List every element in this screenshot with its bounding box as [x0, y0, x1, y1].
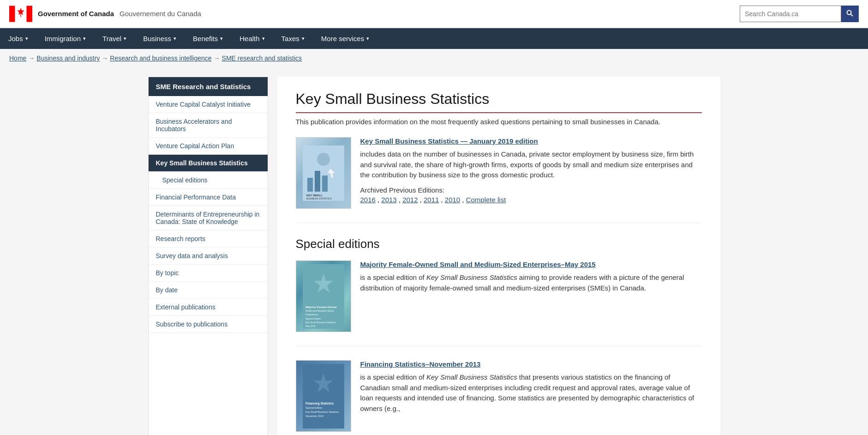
travel-arrow-icon: ▾	[124, 36, 126, 42]
svg-text:May 2015: May 2015	[305, 325, 316, 327]
svg-point-5	[847, 10, 851, 14]
breadcrumb-research[interactable]: Research and business intelligence	[110, 54, 211, 62]
main-nav: Jobs ▾ Immigration ▾ Travel ▾ Business ▾…	[0, 28, 868, 49]
breadcrumb-sme[interactable]: SME research and statistics	[222, 54, 302, 62]
jan2019-link[interactable]: Key Small Business Statistics — January …	[360, 137, 538, 145]
svg-text:KEY SMALL: KEY SMALL	[306, 194, 323, 197]
sidebar-item-determinants: Determinants of Entrepreneurship in Cana…	[149, 206, 268, 230]
main-content: Key Small Business Statistics This publi…	[277, 77, 720, 435]
sidebar-item-survey-data: Survey data and analysis	[149, 248, 268, 265]
nav-travel[interactable]: Travel ▾	[94, 28, 135, 49]
svg-text:November 2013: November 2013	[305, 415, 323, 417]
taxes-arrow-icon: ▾	[302, 36, 305, 42]
special-editions-heading: Special editions	[296, 237, 702, 251]
breadcrumb-sep-3: →	[214, 54, 220, 62]
archived-complete-list[interactable]: Complete list	[466, 196, 506, 204]
breadcrumb: Home → Business and industry → Research …	[0, 49, 868, 67]
nav-immigration[interactable]: Immigration ▾	[36, 28, 94, 49]
archived-2013[interactable]: 2013	[381, 196, 396, 204]
nov2013-pub-info: Financing Statistics–November 2013 is a …	[360, 360, 702, 432]
archived-2011[interactable]: 2011	[424, 196, 439, 204]
business-arrow-icon: ▾	[174, 36, 176, 42]
sidebar-item-venture-action: Venture Capital Action Plan	[149, 138, 268, 155]
svg-rect-9	[307, 178, 313, 192]
svg-text:Enterprises: Enterprises	[305, 313, 318, 316]
nov2013-cover: Financing Statistics Special Edition Key…	[296, 360, 351, 432]
svg-text:Financing Statistics: Financing Statistics	[305, 402, 334, 405]
svg-text:BUSINESS STATISTICS: BUSINESS STATISTICS	[306, 197, 332, 200]
gov-name-fr: Gouvernement du Canada	[120, 9, 201, 18]
svg-text:Majority Female-Owned: Majority Female-Owned	[305, 306, 337, 308]
search-input[interactable]	[740, 6, 841, 22]
breadcrumb-business-industry[interactable]: Business and industry	[36, 54, 100, 62]
jan2019-pub-info: Key Small Business Statistics — January …	[360, 137, 702, 209]
canada-flag-icon	[9, 5, 32, 23]
main-container: SME Research and Statistics Venture Capi…	[139, 77, 730, 435]
page-title: Key Small Business Statistics	[296, 91, 702, 113]
gov-name-en: Government of Canada	[38, 9, 114, 18]
nav-more-services[interactable]: More services ▾	[313, 28, 377, 49]
benefits-arrow-icon: ▾	[220, 36, 223, 42]
sidebar: SME Research and Statistics Venture Capi…	[148, 77, 268, 435]
sidebar-item-key-stats: Key Small Business Statistics	[149, 155, 268, 172]
search-area	[740, 6, 859, 22]
sidebar-item-by-topic: By topic	[149, 265, 268, 282]
may2015-cover-image: Majority Female-Owned Small and Medium-S…	[296, 260, 351, 332]
sidebar-item-subscribe: Subscribe to publications	[149, 316, 268, 333]
immigration-arrow-icon: ▾	[83, 36, 86, 42]
nov2013-desc: is a special edition of Key Small Busine…	[360, 372, 702, 414]
breadcrumb-sep-1: →	[28, 54, 35, 62]
archived-2010[interactable]: 2010	[445, 196, 460, 204]
sidebar-item-business-accelerators: Business Accelerators and Incubators	[149, 113, 268, 138]
svg-rect-11	[322, 175, 328, 192]
intro-text: This publication provides information on…	[296, 118, 702, 126]
logo-area: Government of Canada Gouvernement du Can…	[9, 5, 201, 23]
site-header: Government of Canada Gouvernement du Can…	[0, 0, 868, 28]
sidebar-item-financial-perf: Financial Performance Data	[149, 189, 268, 206]
nav-benefits[interactable]: Benefits ▾	[185, 28, 231, 49]
breadcrumb-home[interactable]: Home	[9, 54, 26, 62]
breadcrumb-sep-2: →	[102, 54, 108, 62]
svg-rect-2	[27, 6, 33, 22]
svg-rect-1	[9, 6, 15, 22]
archived-2016[interactable]: 2016	[360, 196, 376, 204]
svg-line-6	[851, 14, 853, 16]
archived-links: 2016, 2013, 2012, 2011, 2010, Complete l…	[360, 196, 702, 204]
svg-rect-10	[315, 171, 320, 192]
nov2013-pub-block: Financing Statistics Special Edition Key…	[296, 360, 702, 435]
more-services-arrow-icon: ▾	[366, 36, 369, 42]
sidebar-menu: Venture Capital Catalyst Initiative Busi…	[149, 96, 268, 333]
sidebar-title: SME Research and Statistics	[149, 77, 268, 96]
archived-label: Archived Previous Editions:	[360, 186, 702, 194]
sidebar-item-special-editions: Special editions	[149, 172, 268, 189]
nav-health[interactable]: Health ▾	[231, 28, 273, 49]
nav-business[interactable]: Business ▾	[135, 28, 185, 49]
may2015-desc: is a special edition of Key Small Busine…	[360, 272, 702, 293]
nov2013-cover-image: Financing Statistics Special Edition Key…	[296, 360, 351, 432]
jan2019-cover: KEY SMALL BUSINESS STATISTICS	[296, 137, 351, 209]
nav-taxes[interactable]: Taxes ▾	[273, 28, 313, 49]
svg-text:Special Edition: Special Edition	[305, 406, 322, 409]
svg-text:Key Small Business Statistics: Key Small Business Statistics	[305, 411, 339, 413]
may2015-pub-block: Majority Female-Owned Small and Medium-S…	[296, 260, 702, 346]
svg-point-8	[317, 153, 330, 166]
may2015-pub-info: Majority Female-Owned Small and Medium-S…	[360, 260, 702, 332]
nav-jobs[interactable]: Jobs ▾	[0, 28, 36, 49]
svg-text:Special Edition:: Special Edition:	[305, 317, 321, 320]
jan2019-cover-image: KEY SMALL BUSINESS STATISTICS	[296, 137, 351, 209]
jan2019-pub-block: KEY SMALL BUSINESS STATISTICS Key Small …	[296, 137, 702, 223]
health-arrow-icon: ▾	[262, 36, 265, 42]
may2015-link[interactable]: Majority Female-Owned Small and Medium-S…	[360, 260, 596, 268]
jobs-arrow-icon: ▾	[25, 36, 28, 42]
sidebar-item-venture-catalyst: Venture Capital Catalyst Initiative	[149, 96, 268, 113]
may2015-cover: Majority Female-Owned Small and Medium-S…	[296, 260, 351, 332]
sidebar-item-research-reports: Research reports	[149, 230, 268, 248]
sidebar-item-external-pubs: External publications	[149, 299, 268, 316]
nov2013-link[interactable]: Financing Statistics–November 2013	[360, 360, 481, 368]
jan2019-desc: includes data on the number of businesse…	[360, 149, 702, 181]
sidebar-item-by-date: By date	[149, 282, 268, 299]
search-button[interactable]	[841, 6, 859, 22]
svg-text:Small and Medium-Sized: Small and Medium-Sized	[305, 309, 334, 312]
svg-text:Key Small Business Statistics: Key Small Business Statistics	[305, 321, 336, 324]
archived-2012[interactable]: 2012	[402, 196, 418, 204]
